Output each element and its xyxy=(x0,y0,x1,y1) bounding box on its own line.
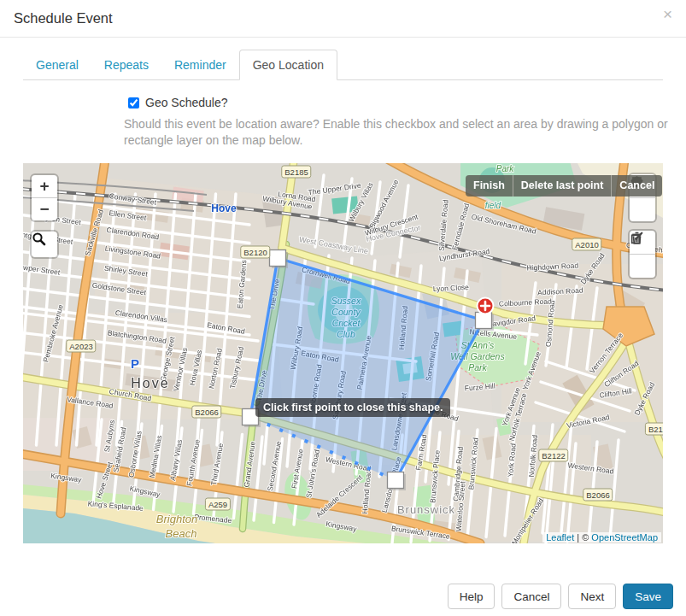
map-label: Brighton xyxy=(156,513,197,525)
road-ref-badge: A2023 xyxy=(66,340,96,353)
zoom-out-button[interactable]: − xyxy=(32,197,57,220)
road-ref-badge: A259 xyxy=(205,498,231,511)
map-label: field xyxy=(485,201,501,210)
map-label: Park xyxy=(468,362,487,373)
action-delete-last-point[interactable]: Delete last point xyxy=(513,175,612,197)
tab-geo-location[interactable]: Geo Location xyxy=(239,50,337,80)
road-ref-badge: B2185 xyxy=(281,166,311,179)
schedule-event-modal: { "modal": { "title": "Schedule Event", … xyxy=(0,0,686,616)
vertex-handle[interactable] xyxy=(388,472,407,491)
zoom-in-button[interactable]: + xyxy=(32,175,57,197)
page-title: Schedule Event xyxy=(0,0,686,26)
tab-repeats[interactable]: Repeats xyxy=(91,50,161,79)
modal-header: Schedule Event × xyxy=(0,0,686,38)
vertex-handle[interactable] xyxy=(270,250,289,269)
close-icon[interactable]: × xyxy=(663,6,672,22)
road-ref-badge: A2010 xyxy=(572,238,601,251)
map-label: Hove xyxy=(211,202,237,214)
road-ref-badge: B2066 xyxy=(191,406,221,419)
map-canvas[interactable]: Conway StreetEllen StreetClarendon RoadL… xyxy=(23,163,663,543)
map-label: Beach xyxy=(166,527,197,540)
road-ref-badge: B2066 xyxy=(583,489,613,502)
map[interactable]: Conway StreetEllen StreetClarendon RoadL… xyxy=(23,163,663,543)
help-button[interactable]: Help xyxy=(448,584,495,609)
road-ref-badge: B2120 xyxy=(240,246,270,259)
modal-footer: HelpCancelNextSave xyxy=(448,584,673,609)
next-button[interactable]: Next xyxy=(568,584,616,609)
road-ref-badge: B212 xyxy=(645,423,663,436)
tab-reminder[interactable]: Reminder xyxy=(161,50,239,79)
map-label: Park xyxy=(496,164,515,173)
action-cancel[interactable]: Cancel xyxy=(611,175,662,197)
geo-schedule-label: Geo Schedule? xyxy=(145,96,228,109)
add-marker-icon[interactable] xyxy=(478,298,494,314)
openstreetmap-link[interactable]: OpenStreetMap xyxy=(591,532,658,543)
map-label: Brunswick xyxy=(397,503,455,516)
map-label: Hove xyxy=(131,376,169,390)
edit-toolbar xyxy=(630,231,655,278)
geo-schedule-checkbox[interactable] xyxy=(128,97,139,109)
map-label: P xyxy=(131,356,139,371)
save-button[interactable]: Save xyxy=(623,584,673,609)
tab-bar: GeneralRepeatsReminderGeo Location xyxy=(23,50,663,80)
search-icon[interactable] xyxy=(32,232,57,257)
vertex-handle[interactable] xyxy=(476,313,495,331)
map-attribution: Leaflet | © OpenStreetMap xyxy=(542,532,661,543)
geo-description: Should this event be location aware? Ena… xyxy=(124,116,677,149)
draw-rectangle-icon[interactable] xyxy=(630,197,655,221)
leaflet-link[interactable]: Leaflet xyxy=(546,532,574,543)
delete-layers-icon[interactable] xyxy=(630,254,655,278)
draw-tooltip: Click first point to close this shape. xyxy=(255,398,450,417)
tab-general[interactable]: General xyxy=(23,50,91,79)
road-ref-badge: B2122 xyxy=(538,449,568,462)
draw-actions-bar: FinishDelete last pointCancel xyxy=(466,175,662,197)
search-control xyxy=(32,232,57,257)
zoom-control: + − xyxy=(32,175,57,220)
cancel-button[interactable]: Cancel xyxy=(501,584,561,609)
geo-form: Geo Schedule? Should this event be locat… xyxy=(124,96,686,149)
action-finish[interactable]: Finish xyxy=(466,175,513,197)
